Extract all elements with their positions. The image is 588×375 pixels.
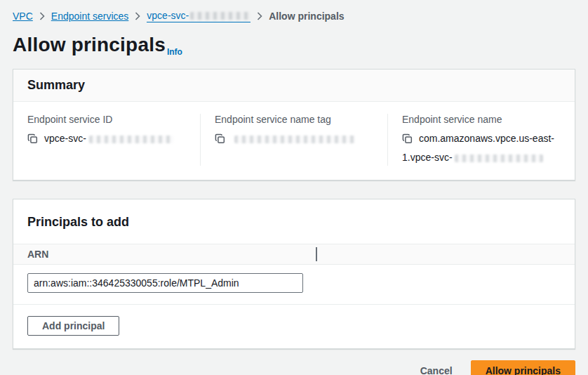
field-value: com.amazonaws.vpce.us-east-1.vpce-svc- (402, 130, 561, 166)
title-row: Allow principalsInfo (13, 34, 575, 56)
summary-title: Summary (27, 78, 561, 93)
copy-icon[interactable] (27, 132, 38, 149)
page-title: Allow principals (13, 34, 166, 55)
summary-field-endpoint-service-name-tag: Endpoint service name tag (200, 114, 387, 166)
redacted-text (234, 136, 355, 143)
arn-input-row (13, 265, 575, 305)
field-value: vpce-svc- (27, 130, 186, 149)
summary-field-endpoint-service-id: Endpoint service ID vpce-svc- (13, 114, 200, 166)
breadcrumb-endpoint-service-id[interactable]: vpce-svc- (147, 10, 250, 22)
add-principal-row: Add principal (13, 305, 575, 348)
breadcrumb-endpoint-service-id-label: vpce-svc- (147, 10, 189, 21)
chevron-right-icon (39, 12, 45, 20)
column-resize-handle[interactable] (316, 247, 317, 261)
principals-title: Principals to add (27, 215, 561, 230)
breadcrumb-vpc[interactable]: VPC (13, 11, 33, 22)
breadcrumb-current-page: Allow principals (269, 11, 344, 22)
field-label: Endpoint service ID (27, 114, 186, 125)
copy-icon[interactable] (215, 132, 225, 149)
redacted-text (89, 136, 173, 143)
arn-input[interactable] (27, 273, 303, 293)
field-label: Endpoint service name (402, 114, 561, 125)
arn-column-label: ARN (27, 249, 48, 260)
field-value (215, 130, 373, 149)
summary-card: Summary Endpoint service ID vpce-svc- En… (13, 69, 575, 180)
redacted-text (190, 12, 250, 20)
breadcrumb: VPC Endpoint services vpce-svc- Allow pr… (13, 10, 575, 22)
field-value-text: vpce-svc- (44, 133, 86, 144)
footer-actions: Cancel Allow principals (13, 360, 575, 375)
chevron-right-icon (135, 12, 140, 20)
info-link[interactable]: Info (167, 47, 182, 57)
page: VPC Endpoint services vpce-svc- Allow pr… (0, 0, 588, 375)
redacted-text (455, 154, 543, 162)
summary-field-endpoint-service-name: Endpoint service name com.amazonaws.vpce… (387, 114, 575, 166)
field-label: Endpoint service name tag (215, 114, 373, 125)
chevron-right-icon (257, 12, 262, 20)
add-principal-button[interactable]: Add principal (27, 316, 119, 336)
principals-card: Principals to add ARN Add principal (13, 199, 575, 349)
arn-column-header: ARN (13, 244, 575, 265)
summary-card-header: Summary (13, 70, 575, 102)
breadcrumb-endpoint-services[interactable]: Endpoint services (51, 11, 129, 22)
cancel-button[interactable]: Cancel (420, 365, 453, 375)
allow-principals-button[interactable]: Allow principals (471, 360, 575, 375)
copy-icon[interactable] (402, 132, 413, 149)
principals-card-header: Principals to add (13, 199, 575, 244)
summary-grid: Endpoint service ID vpce-svc- Endpoint s… (13, 102, 575, 180)
